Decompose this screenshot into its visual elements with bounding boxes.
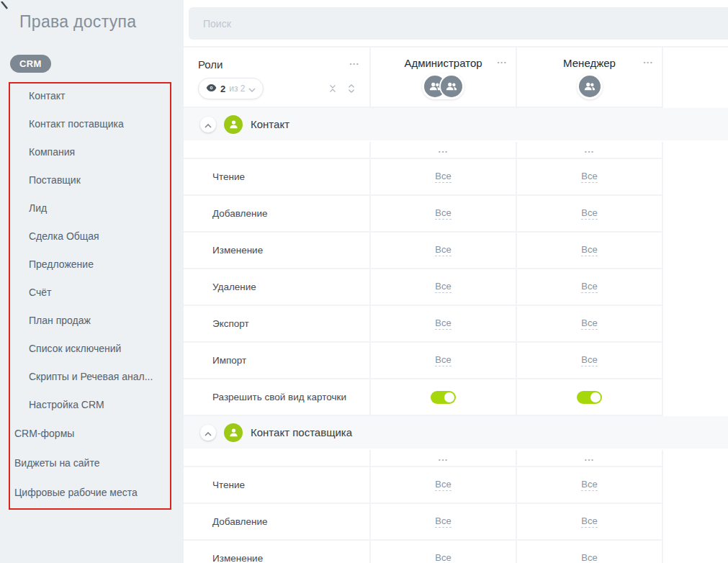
permission-row-label: Чтение: [184, 159, 371, 196]
collapse-all-icon[interactable]: [328, 84, 338, 94]
sidebar-item-crm-6[interactable]: Предложение: [0, 251, 184, 279]
sidebar-item-crm-9[interactable]: Список исключений: [0, 335, 184, 363]
row-spacer: [663, 233, 728, 269]
sidebar: Права доступа CRM КонтактКонтакт поставщ…: [0, 0, 184, 563]
permission-toggle-on[interactable]: [577, 391, 602, 404]
sidebar-item-crm-11[interactable]: Настройка CRM: [0, 391, 184, 419]
permission-value-link[interactable]: Все: [581, 354, 597, 366]
permission-value-link[interactable]: Все: [435, 515, 451, 528]
mini-row-label-spacer: [184, 450, 371, 467]
sidebar-item-crm-3[interactable]: Поставщик: [0, 166, 184, 194]
permission-value-cell: Все: [371, 343, 517, 379]
permission-value-link[interactable]: Все: [435, 479, 451, 491]
permission-value-link[interactable]: Все: [435, 244, 451, 256]
roles-filter-chip[interactable]: 2из 2: [198, 78, 264, 99]
permissions-table: Роли...2из 2Администратор...Менеджер...К…: [184, 46, 728, 563]
role-members-avatars[interactable]: [577, 73, 603, 99]
permission-value-cell: Все: [517, 343, 663, 379]
row-spacer: [663, 504, 728, 541]
role-members-avatars[interactable]: [422, 73, 464, 99]
mini-row-label-spacer: [184, 142, 371, 159]
role-column-menu-icon[interactable]: ...: [643, 57, 653, 64]
roles-header-cell: Роли...2из 2: [184, 48, 371, 108]
row-spacer: [663, 269, 728, 306]
sidebar-item-crm-0[interactable]: Контакт: [0, 82, 184, 110]
permission-toggle-on[interactable]: [431, 391, 456, 404]
ellipsis-icon: ...: [585, 454, 595, 461]
permission-value-link[interactable]: Все: [581, 281, 597, 293]
row-spacer: [663, 343, 728, 379]
roles-header-label: Роли: [198, 58, 223, 71]
sidebar-item-crm-1[interactable]: Контакт поставщика: [0, 110, 184, 138]
sidebar-item-root-2[interactable]: Цифровые рабочие места: [0, 478, 184, 508]
permission-value-link[interactable]: Все: [435, 317, 451, 330]
cell-menu-trigger[interactable]: ...: [371, 450, 517, 467]
cell-menu-trigger[interactable]: ...: [517, 142, 663, 159]
permission-value-link[interactable]: Все: [581, 171, 597, 183]
permission-row-label: Экспорт: [184, 306, 371, 343]
mini-row-spacer: [663, 142, 728, 159]
permission-value-cell: Все: [371, 306, 517, 343]
permission-value-link[interactable]: Все: [581, 515, 597, 528]
sidebar-item-crm-5[interactable]: Сделка Общая: [0, 222, 184, 251]
permission-value-link[interactable]: Все: [581, 244, 597, 256]
roles-total-count: из 2: [229, 84, 245, 94]
permission-value-link[interactable]: Все: [581, 317, 597, 330]
section-collapse-button[interactable]: [200, 425, 216, 441]
section-title: Контакт поставщика: [251, 426, 352, 438]
cell-menu-trigger[interactable]: ...: [517, 450, 663, 467]
permission-row-label: Добавление: [184, 504, 371, 541]
permission-value-link[interactable]: Все: [581, 552, 597, 563]
expand-all-icon[interactable]: [346, 84, 356, 94]
permission-value-link[interactable]: Все: [435, 354, 451, 366]
role-column-menu-icon[interactable]: ...: [497, 57, 507, 64]
group-avatar-icon: [441, 76, 462, 97]
mini-row-spacer: [663, 450, 728, 467]
row-spacer: [663, 541, 728, 563]
permission-value-cell: [371, 379, 517, 416]
permission-value-cell: [517, 379, 663, 416]
permission-row-label: Разрешить свой вид карточки: [184, 379, 371, 416]
section-title: Контакт: [251, 118, 289, 130]
roles-menu-icon[interactable]: ...: [349, 58, 359, 66]
permission-value-link[interactable]: Все: [435, 281, 451, 293]
permission-value-cell: Все: [371, 159, 517, 196]
sidebar-item-crm-7[interactable]: Счёт: [0, 279, 184, 307]
sidebar-item-crm-8[interactable]: План продаж: [0, 307, 184, 335]
roles-header-bottom: 2из 2: [198, 78, 359, 99]
cell-menu-trigger[interactable]: ...: [371, 142, 517, 159]
role-column-header-0: Администратор...: [371, 48, 517, 108]
permission-value-cell: Все: [517, 504, 663, 541]
role-column-title: Менеджер: [563, 57, 616, 69]
group-avatar-icon: [579, 76, 601, 97]
sidebar-item-crm-4[interactable]: Лид: [0, 194, 184, 222]
permission-value-cell: Все: [371, 196, 517, 233]
sidebar-item-crm-10[interactable]: Скрипты и Речевая анал...: [0, 363, 184, 391]
permission-row-label: Изменение: [184, 541, 371, 563]
section-collapse-button[interactable]: [200, 117, 216, 132]
header-spacer: [663, 48, 728, 108]
sidebar-item-root-0[interactable]: CRM-формы: [0, 419, 184, 449]
search-input[interactable]: [189, 7, 728, 40]
permission-row-label: Удаление: [184, 269, 371, 306]
sidebar-item-root-1[interactable]: Виджеты на сайте: [0, 449, 184, 478]
permission-value-link[interactable]: Все: [435, 552, 451, 563]
sidebar-item-crm-2[interactable]: Компания: [0, 138, 184, 166]
row-spacer: [663, 306, 728, 343]
permission-value-link[interactable]: Все: [435, 171, 451, 183]
entity-icon: [224, 115, 243, 134]
permission-value-cell: Все: [371, 504, 517, 541]
ellipsis-icon: ...: [439, 146, 449, 153]
permission-value-link[interactable]: Все: [581, 207, 597, 220]
entity-icon: [224, 423, 243, 442]
section-header-1: Контакт поставщика: [184, 416, 728, 450]
permission-row-label: Добавление: [184, 196, 371, 233]
crm-section-badge[interactable]: CRM: [10, 55, 51, 73]
permission-value-cell: Все: [517, 196, 663, 233]
permission-value-cell: Все: [517, 159, 663, 196]
row-spacer: [663, 196, 728, 233]
permission-value-link[interactable]: Все: [581, 479, 597, 491]
permission-value-cell: Все: [371, 541, 517, 563]
roles-header-top: Роли...: [198, 58, 359, 71]
permission-value-link[interactable]: Все: [435, 207, 451, 220]
